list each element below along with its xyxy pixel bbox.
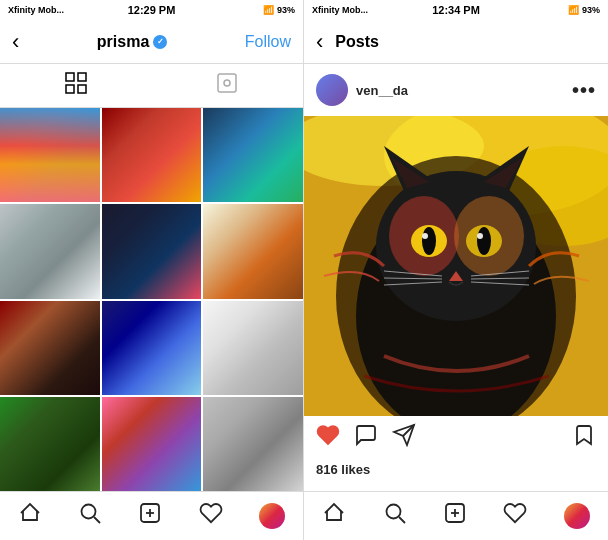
svg-rect-1 [78,73,86,81]
photo-cell[interactable] [203,204,303,298]
profile-thumb[interactable] [259,503,285,529]
right-profile-thumb[interactable] [564,503,590,529]
right-status-bar: Xfinity Mob... 12:34 PM 📶 93% [304,0,608,20]
right-nav-bar: ‹ Posts [304,20,608,64]
photo-cell[interactable] [203,301,303,395]
follow-button[interactable]: Follow [245,33,291,51]
svg-point-6 [82,505,96,519]
left-carrier: Xfinity Mob... [8,5,64,15]
right-heart-icon[interactable] [503,501,527,531]
svg-rect-3 [78,85,86,93]
right-search-icon[interactable] [383,501,407,531]
left-bottom-nav [0,491,303,540]
comment-button[interactable] [354,423,378,453]
home-icon[interactable] [18,501,42,531]
likes-section: 816 likes [304,460,608,482]
photo-cell[interactable] [203,108,303,202]
left-status-bar: Xfinity Mob... 12:29 PM 📶 93% [0,0,303,20]
left-profile-name: prisma [97,33,149,51]
left-panel: Xfinity Mob... 12:29 PM 📶 93% ‹ prisma ✓… [0,0,304,540]
photo-cell[interactable] [0,301,100,395]
post-user-info: ven__da [316,74,408,106]
share-button[interactable] [392,423,416,453]
photo-cell[interactable] [0,397,100,491]
right-page-title: Posts [335,33,379,51]
right-battery: 📶 93% [568,5,600,15]
post-image[interactable] [304,116,608,416]
search-icon[interactable] [78,501,102,531]
svg-line-40 [399,517,405,523]
left-time: 12:29 PM [128,4,176,16]
right-back-button[interactable]: ‹ [316,29,323,55]
tab-tagged[interactable] [216,72,238,100]
photo-cell[interactable] [203,397,303,491]
left-battery: 📶 93% [263,5,295,15]
svg-point-26 [422,227,436,255]
photo-grid [0,108,303,491]
like-button[interactable] [316,423,340,453]
svg-line-7 [94,517,100,523]
photo-cell[interactable] [102,204,202,298]
post-avatar[interactable] [316,74,348,106]
likes-count: 816 likes [316,462,370,477]
right-time: 12:34 PM [432,4,480,16]
right-home-icon[interactable] [322,501,346,531]
photo-cell[interactable] [0,204,100,298]
right-bottom-nav [304,491,608,540]
left-nav-bar: ‹ prisma ✓ Follow [0,20,303,64]
svg-point-28 [422,233,428,239]
post-actions [304,416,608,460]
left-nav-title: prisma ✓ [97,33,167,51]
heart-nav-icon[interactable] [199,501,223,531]
profile-tabs [0,64,303,108]
photo-cell[interactable] [102,397,202,491]
svg-point-39 [386,505,400,519]
add-icon[interactable] [138,501,162,531]
right-add-icon[interactable] [443,501,467,531]
photo-cell[interactable] [102,301,202,395]
photo-cell[interactable] [102,108,202,202]
svg-point-5 [224,80,230,86]
svg-point-27 [477,227,491,255]
photo-cell[interactable] [0,108,100,202]
svg-point-29 [477,233,483,239]
svg-rect-0 [66,73,74,81]
svg-rect-4 [218,74,236,92]
right-panel: Xfinity Mob... 12:34 PM 📶 93% ‹ Posts ve… [304,0,608,540]
left-back-button[interactable]: ‹ [12,29,19,55]
post-username[interactable]: ven__da [356,83,408,98]
svg-rect-2 [66,85,74,93]
verified-badge: ✓ [153,35,167,49]
bookmark-button[interactable] [572,423,596,453]
post-more-button[interactable]: ••• [572,79,596,102]
post-header: ven__da ••• [304,64,608,116]
right-carrier: Xfinity Mob... [312,5,368,15]
tab-grid[interactable] [65,72,87,100]
